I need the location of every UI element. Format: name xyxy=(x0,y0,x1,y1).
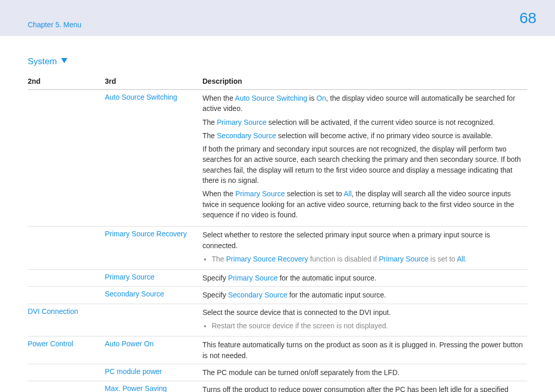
table-row: Secondary Source Specify Secondary Sourc… xyxy=(28,287,527,304)
table-row: PC module power The PC module can be tur… xyxy=(28,364,527,381)
text-fragment: When the xyxy=(202,190,235,198)
page-header: 68 Chapter 5. Menu xyxy=(0,0,555,36)
text-fragment: The xyxy=(212,255,226,263)
section-title-text: System xyxy=(28,57,57,66)
cell-2nd xyxy=(28,90,105,227)
chapter-label: Chapter 5. Menu xyxy=(28,21,81,29)
text-fragment: Specify xyxy=(202,291,228,299)
text-fragment: The xyxy=(202,132,217,140)
cell-3rd: PC module power xyxy=(105,364,202,381)
col-header-description: Description xyxy=(202,74,527,90)
cell-description: Select whether to restore the selected p… xyxy=(202,227,527,270)
text-paragraph: If both the primary and secondary input … xyxy=(202,144,523,185)
table-row: Max. Power Saving Turns off the product … xyxy=(28,381,527,392)
highlight-term: All xyxy=(344,190,352,198)
section-title: System xyxy=(28,57,527,67)
table-row: Power Control Auto Power On This feature… xyxy=(28,337,527,364)
text-fragment: is xyxy=(307,94,317,102)
col-header-3rd: 3rd xyxy=(105,74,202,90)
highlight-term: Primary Source xyxy=(379,255,428,263)
text-fragment: selection will become active, if no prim… xyxy=(276,132,493,140)
text-fragment: selection will be activated, if the curr… xyxy=(266,118,494,126)
table-row: Primary Source Specify Primary Source fo… xyxy=(28,270,527,287)
text-fragment: for the automatic input source. xyxy=(278,274,376,282)
cell-description: Turns off the product to reduce power co… xyxy=(202,381,527,392)
menu-table: 2nd 3rd Description Auto Source Switchin… xyxy=(28,74,527,392)
svg-marker-0 xyxy=(61,58,67,63)
cell-description: When the Auto Source Switching is On, th… xyxy=(202,90,527,227)
cell-3rd: Primary Source xyxy=(105,270,202,287)
note-item: Restart the source device if the screen … xyxy=(212,321,523,331)
cell-3rd: Max. Power Saving xyxy=(105,381,202,392)
text-fragment: is set to xyxy=(429,255,457,263)
cell-3rd: Auto Source Switching xyxy=(105,90,202,227)
cell-description: This feature automatically turns on the … xyxy=(202,337,527,364)
text-paragraph: Select whether to restore the selected p… xyxy=(202,230,523,251)
text-paragraph: Select the source device that is connect… xyxy=(202,307,523,318)
highlight-term: Primary Source xyxy=(228,274,278,282)
highlight-term: Secondary Source xyxy=(217,132,276,140)
highlight-term: On xyxy=(317,94,326,102)
text-fragment: Specify xyxy=(202,274,228,282)
cell-2nd: Power Control xyxy=(28,337,105,364)
cell-3rd: Primary Source Recovery xyxy=(105,227,202,270)
text-fragment: for the automatic input source. xyxy=(287,291,386,299)
highlight-term: All xyxy=(457,255,465,263)
highlight-term: Primary Source Recovery xyxy=(226,255,308,263)
cell-description: Select the source device that is connect… xyxy=(202,304,527,337)
text-fragment: function is disabled if xyxy=(308,255,379,263)
text-fragment: . xyxy=(465,255,467,263)
highlight-term: Secondary Source xyxy=(228,291,287,299)
cell-3rd: Auto Power On xyxy=(105,337,202,364)
highlight-term: Primary Source xyxy=(217,118,266,126)
highlight-term: Auto Source Switching xyxy=(235,94,307,102)
cell-description: The PC module can be turned on/off separ… xyxy=(202,364,527,381)
table-row: Auto Source Switching When the Auto Sour… xyxy=(28,90,527,227)
table-row: Primary Source Recovery Select whether t… xyxy=(28,227,527,270)
page-number: 68 xyxy=(520,9,536,27)
text-paragraph: Turns off the product to reduce power co… xyxy=(202,384,523,392)
text-fragment: The xyxy=(202,118,217,126)
highlight-term: Primary Source xyxy=(235,190,285,198)
cell-description: Specify Primary Source for the automatic… xyxy=(202,270,527,287)
dropdown-triangle-icon xyxy=(61,55,67,66)
col-header-2nd: 2nd xyxy=(28,74,105,90)
text-fragment: selection is set to xyxy=(285,190,343,198)
cell-description: Specify Secondary Source for the automat… xyxy=(202,287,527,304)
content-area: System 2nd 3rd Description Auto Source S… xyxy=(0,36,555,392)
cell-3rd: Secondary Source xyxy=(105,287,202,304)
cell-2nd: DVI Connection xyxy=(28,304,105,337)
table-row: DVI Connection Select the source device … xyxy=(28,304,527,337)
note-item: The Primary Source Recovery function is … xyxy=(212,254,523,264)
text-fragment: When the xyxy=(202,94,235,102)
